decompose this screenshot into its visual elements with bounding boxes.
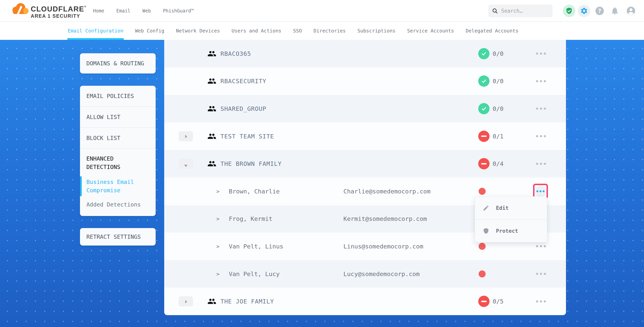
- status-ok-badge: [478, 75, 490, 87]
- table-row-group: RBACO365 0/0: [164, 40, 566, 67]
- status-ok-badge: [478, 48, 490, 59]
- search-box[interactable]: [488, 4, 552, 17]
- notifications-button[interactable]: [608, 5, 621, 17]
- table-row-member: > Van Pelt, Lucy Lucy@somedemocorp.com: [164, 260, 566, 288]
- sidebar-item-enhanced-detections[interactable]: ENHANCED DETECTIONS: [86, 155, 149, 171]
- table-row-group: › TEST TEAM SITE 0/1: [164, 122, 566, 150]
- chevron-right-icon: ›: [184, 298, 188, 305]
- group-name: TEST TEAM SITE: [220, 133, 274, 140]
- status-alert-dot: [478, 271, 486, 278]
- status-blocked-badge: [478, 158, 490, 169]
- tab-sso[interactable]: SSO: [287, 22, 308, 40]
- protection-count: 0/0: [493, 50, 504, 57]
- top-bar: CLOUDFLARE® AREA 1 SECURITY Home Email W…: [0, 0, 644, 22]
- collapse-button[interactable]: ⌄: [178, 159, 193, 169]
- row-menu-button[interactable]: [534, 269, 547, 279]
- user-icon: [626, 6, 636, 16]
- expand-button[interactable]: ›: [178, 131, 193, 141]
- sidebar-section-enhanced-detections: ENHANCED DETECTIONS Business Email Compr…: [80, 149, 156, 208]
- tab-email-configuration[interactable]: Email Configuration: [62, 22, 129, 40]
- question-icon: ?: [594, 6, 605, 16]
- sidebar-item-domains-routing[interactable]: DOMAINS & ROUTING: [80, 60, 144, 67]
- group-name: RBACSECURITY: [220, 78, 266, 85]
- cloudflare-cloud-icon: [11, 2, 29, 15]
- sidebar-card-email-policies: EMAIL POLICIES ALLOW LIST BLOCK LIST ENH…: [80, 86, 156, 216]
- group-name: RBACO365: [220, 50, 251, 57]
- svg-text:?: ?: [598, 8, 601, 14]
- member-email: Lucy@somedemocorp.com: [344, 271, 420, 278]
- protection-count: 0/0: [493, 78, 504, 85]
- tab-network-devices[interactable]: Network Devices: [170, 22, 226, 40]
- expand-button[interactable]: ›: [178, 296, 193, 307]
- brand-subtitle: AREA 1 SECURITY: [31, 13, 80, 19]
- nav-link-home[interactable]: Home: [93, 8, 104, 13]
- member-prefix: >: [216, 188, 220, 194]
- protection-count: 0/0: [493, 105, 504, 112]
- status-alert-dot: [478, 243, 486, 250]
- shield-check-icon: [566, 7, 573, 14]
- member-prefix: >: [216, 243, 220, 249]
- tab-subscriptions[interactable]: Subscriptions: [352, 22, 402, 40]
- row-menu-button[interactable]: [534, 76, 547, 86]
- pencil-icon: [483, 205, 489, 211]
- people-icon: [208, 132, 216, 141]
- settings-button[interactable]: [578, 5, 590, 17]
- table-row-group: RBACSECURITY 0/0: [164, 67, 566, 95]
- people-icon: [208, 49, 216, 58]
- groups-table: RBACO365 0/0 RBACSECURITY 0/0 SHARED_GRO…: [164, 40, 566, 315]
- gear-icon: [580, 7, 588, 15]
- people-icon: [208, 77, 216, 85]
- tab-delegated-accounts[interactable]: Delegated Accounts: [460, 22, 524, 40]
- group-name: THE BROWN FAMILY: [220, 160, 282, 167]
- bell-icon: [610, 6, 619, 15]
- row-menu-button[interactable]: [534, 104, 547, 113]
- sidebar-item-allow-list[interactable]: ALLOW LIST: [80, 107, 156, 128]
- people-icon: [208, 297, 216, 306]
- member-email: Kermit@somedemocorp.com: [344, 215, 427, 222]
- chevron-down-icon: ⌄: [184, 160, 188, 167]
- row-context-menu: Edit Protect: [475, 196, 547, 242]
- nav-link-phishguard[interactable]: PhishGuard™: [163, 8, 194, 13]
- status-blocked-badge: [478, 131, 490, 142]
- member-email: Linus@somedemocorp.com: [344, 243, 423, 250]
- content-area: DOMAINS & ROUTING EMAIL POLICIES ALLOW L…: [0, 40, 644, 327]
- status-ok-badge: [478, 103, 490, 114]
- sidebar-item-added-detections[interactable]: Added Detections: [86, 201, 149, 208]
- tab-directories[interactable]: Directories: [308, 22, 352, 40]
- tab-service-accounts[interactable]: Service Accounts: [402, 22, 460, 40]
- row-menu-button[interactable]: [534, 131, 547, 141]
- sidebar-card-domains-routing: DOMAINS & ROUTING: [80, 53, 156, 73]
- status-alert-dot: [478, 188, 486, 195]
- row-menu-button[interactable]: [534, 242, 547, 251]
- row-menu-button[interactable]: [534, 49, 547, 58]
- table-row-group: › THE JOE FAMILY 0/5: [164, 288, 566, 315]
- sidebar-item-email-policies[interactable]: EMAIL POLICIES: [80, 86, 156, 107]
- member-prefix: >: [216, 216, 220, 222]
- table-row-group: ⌄ THE BROWN FAMILY 0/4: [164, 150, 566, 178]
- security-status-button[interactable]: [563, 5, 575, 17]
- protection-count: 0/5: [493, 298, 504, 305]
- menu-item-edit[interactable]: Edit: [475, 197, 547, 219]
- brand-trademark: ®: [84, 5, 86, 8]
- sidebar-item-block-list[interactable]: BLOCK LIST: [80, 128, 156, 149]
- brand-name: CLOUDFLARE®: [31, 5, 86, 13]
- account-button[interactable]: [625, 5, 637, 17]
- sidebar-card-retract-settings: RETRACT SETTINGS: [80, 228, 156, 246]
- tab-web-config[interactable]: Web Config: [129, 22, 170, 40]
- tab-users-and-actions[interactable]: Users and Actions: [226, 22, 287, 40]
- nav-link-web[interactable]: Web: [142, 8, 151, 13]
- search-icon: [492, 8, 498, 14]
- row-menu-button[interactable]: [534, 159, 547, 169]
- help-button[interactable]: ?: [594, 5, 606, 17]
- member-name: Van Pelt, Linus: [229, 243, 283, 250]
- nav-link-email[interactable]: Email: [116, 8, 130, 13]
- group-name: THE JOE FAMILY: [220, 298, 274, 305]
- section-tab-bar: Email Configuration Web Config Network D…: [0, 22, 644, 40]
- protection-count: 0/1: [493, 133, 504, 140]
- top-navigation: Home Email Web PhishGuard™: [93, 0, 194, 22]
- sidebar-item-business-email-compromise[interactable]: Business Email Compromise: [80, 176, 156, 196]
- search-input[interactable]: [501, 8, 544, 14]
- sidebar-item-retract-settings[interactable]: RETRACT SETTINGS: [80, 234, 141, 240]
- menu-item-protect[interactable]: Protect: [475, 219, 547, 242]
- row-menu-button[interactable]: [534, 297, 547, 306]
